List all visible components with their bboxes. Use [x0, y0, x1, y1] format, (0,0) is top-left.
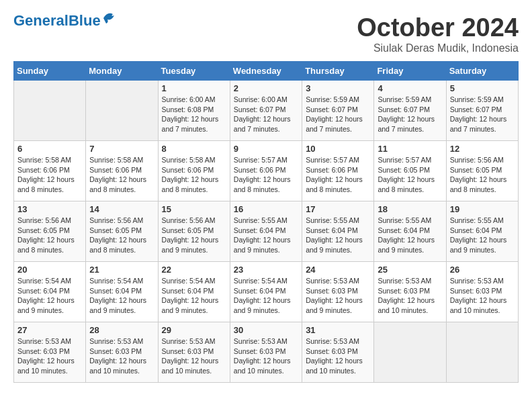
calendar-cell: 24Sunrise: 5:53 AMSunset: 6:03 PMDayligh…	[302, 262, 374, 322]
day-info: Sunrise: 5:53 AMSunset: 6:03 PMDaylight:…	[89, 336, 154, 376]
day-number: 13	[17, 204, 82, 214]
calendar-cell: 28Sunrise: 5:53 AMSunset: 6:03 PMDayligh…	[86, 322, 158, 383]
day-number: 8	[162, 144, 226, 154]
day-info: Sunrise: 5:56 AMSunset: 6:05 PMDaylight:…	[89, 216, 154, 255]
day-number: 22	[162, 265, 226, 275]
calendar-cell: 29Sunrise: 5:53 AMSunset: 6:03 PMDayligh…	[158, 322, 230, 383]
calendar-cell: 22Sunrise: 5:54 AMSunset: 6:04 PMDayligh…	[158, 262, 230, 322]
day-number: 6	[17, 144, 82, 154]
logo-bird-icon	[102, 11, 117, 25]
calendar-table: SundayMondayTuesdayWednesdayThursdayFrid…	[13, 61, 519, 383]
day-info: Sunrise: 5:58 AMSunset: 6:06 PMDaylight:…	[17, 155, 82, 195]
day-info: Sunrise: 5:56 AMSunset: 6:05 PMDaylight:…	[17, 216, 82, 255]
day-info: Sunrise: 5:54 AMSunset: 6:04 PMDaylight:…	[17, 276, 82, 316]
calendar-week-row: 1Sunrise: 6:00 AMSunset: 6:08 PMDaylight…	[14, 81, 519, 141]
day-number: 9	[234, 144, 298, 154]
day-info: Sunrise: 5:53 AMSunset: 6:03 PMDaylight:…	[306, 276, 370, 316]
calendar-cell: 26Sunrise: 5:53 AMSunset: 6:03 PMDayligh…	[446, 262, 518, 322]
day-info: Sunrise: 6:00 AMSunset: 6:07 PMDaylight:…	[234, 95, 298, 134]
day-info: Sunrise: 5:59 AMSunset: 6:07 PMDaylight:…	[450, 95, 515, 134]
day-number: 10	[306, 144, 370, 154]
day-number: 7	[89, 144, 154, 154]
weekday-header-wednesday: Wednesday	[230, 62, 302, 81]
calendar-cell: 18Sunrise: 5:55 AMSunset: 6:04 PMDayligh…	[374, 201, 446, 262]
day-number: 2	[234, 83, 298, 93]
day-info: Sunrise: 5:54 AMSunset: 6:04 PMDaylight:…	[162, 276, 226, 316]
day-number: 18	[378, 204, 442, 214]
day-number: 16	[234, 204, 298, 214]
day-number: 31	[306, 325, 370, 335]
weekday-header-saturday: Saturday	[446, 62, 518, 81]
calendar-cell: 16Sunrise: 5:55 AMSunset: 6:04 PMDayligh…	[230, 201, 302, 262]
day-info: Sunrise: 5:53 AMSunset: 6:03 PMDaylight:…	[378, 276, 442, 316]
day-info: Sunrise: 5:55 AMSunset: 6:04 PMDaylight:…	[234, 216, 298, 255]
calendar-cell	[86, 81, 158, 141]
day-info: Sunrise: 5:56 AMSunset: 6:05 PMDaylight:…	[450, 155, 515, 195]
location-text: Siulak Deras Mudik, Indonesia	[357, 42, 519, 54]
calendar-cell: 10Sunrise: 5:57 AMSunset: 6:06 PMDayligh…	[302, 141, 374, 201]
day-number: 28	[89, 325, 154, 335]
logo-text: GeneralBlue	[13, 13, 101, 28]
calendar-cell: 11Sunrise: 5:57 AMSunset: 6:05 PMDayligh…	[374, 141, 446, 201]
calendar-cell: 20Sunrise: 5:54 AMSunset: 6:04 PMDayligh…	[14, 262, 86, 322]
day-number: 23	[234, 265, 298, 275]
day-number: 27	[17, 325, 82, 335]
day-number: 26	[450, 265, 515, 275]
calendar-week-row: 20Sunrise: 5:54 AMSunset: 6:04 PMDayligh…	[14, 262, 519, 322]
day-info: Sunrise: 5:54 AMSunset: 6:04 PMDaylight:…	[89, 276, 154, 316]
calendar-cell: 30Sunrise: 5:53 AMSunset: 6:03 PMDayligh…	[230, 322, 302, 383]
day-info: Sunrise: 5:59 AMSunset: 6:07 PMDaylight:…	[378, 95, 442, 134]
calendar-week-row: 6Sunrise: 5:58 AMSunset: 6:06 PMDaylight…	[14, 141, 519, 201]
day-number: 24	[306, 265, 370, 275]
day-number: 3	[306, 83, 370, 93]
day-number: 12	[450, 144, 515, 154]
calendar-cell: 2Sunrise: 6:00 AMSunset: 6:07 PMDaylight…	[230, 81, 302, 141]
calendar-cell	[446, 322, 518, 383]
day-info: Sunrise: 5:55 AMSunset: 6:04 PMDaylight:…	[378, 216, 442, 255]
calendar-cell: 8Sunrise: 5:58 AMSunset: 6:06 PMDaylight…	[158, 141, 230, 201]
day-number: 15	[162, 204, 226, 214]
calendar-cell: 1Sunrise: 6:00 AMSunset: 6:08 PMDaylight…	[158, 81, 230, 141]
day-info: Sunrise: 5:58 AMSunset: 6:06 PMDaylight:…	[162, 155, 226, 195]
calendar-cell: 3Sunrise: 5:59 AMSunset: 6:07 PMDaylight…	[302, 81, 374, 141]
calendar-cell: 17Sunrise: 5:55 AMSunset: 6:04 PMDayligh…	[302, 201, 374, 262]
day-info: Sunrise: 5:54 AMSunset: 6:04 PMDaylight:…	[234, 276, 298, 316]
calendar-cell: 15Sunrise: 5:56 AMSunset: 6:05 PMDayligh…	[158, 201, 230, 262]
day-info: Sunrise: 5:53 AMSunset: 6:03 PMDaylight:…	[162, 336, 226, 376]
day-info: Sunrise: 5:57 AMSunset: 6:06 PMDaylight:…	[306, 155, 370, 195]
day-number: 11	[378, 144, 442, 154]
calendar-cell: 19Sunrise: 5:55 AMSunset: 6:04 PMDayligh…	[446, 201, 518, 262]
calendar-cell: 12Sunrise: 5:56 AMSunset: 6:05 PMDayligh…	[446, 141, 518, 201]
day-number: 5	[450, 83, 515, 93]
logo-general: General	[13, 12, 69, 29]
weekday-header-tuesday: Tuesday	[158, 62, 230, 81]
day-number: 14	[89, 204, 154, 214]
day-info: Sunrise: 6:00 AMSunset: 6:08 PMDaylight:…	[162, 95, 226, 134]
day-number: 19	[450, 204, 515, 214]
day-info: Sunrise: 5:58 AMSunset: 6:06 PMDaylight:…	[89, 155, 154, 195]
day-number: 25	[378, 265, 442, 275]
day-info: Sunrise: 5:53 AMSunset: 6:03 PMDaylight:…	[234, 336, 298, 376]
calendar-cell	[14, 81, 86, 141]
weekday-header-friday: Friday	[374, 62, 446, 81]
calendar-cell: 13Sunrise: 5:56 AMSunset: 6:05 PMDayligh…	[14, 201, 86, 262]
day-number: 21	[89, 265, 154, 275]
calendar-cell	[374, 322, 446, 383]
day-info: Sunrise: 5:53 AMSunset: 6:03 PMDaylight:…	[306, 336, 370, 376]
calendar-cell: 14Sunrise: 5:56 AMSunset: 6:05 PMDayligh…	[86, 201, 158, 262]
day-info: Sunrise: 5:55 AMSunset: 6:04 PMDaylight:…	[306, 216, 370, 255]
day-number: 30	[234, 325, 298, 335]
day-info: Sunrise: 5:56 AMSunset: 6:05 PMDaylight:…	[162, 216, 226, 255]
day-number: 20	[17, 265, 82, 275]
calendar-cell: 9Sunrise: 5:57 AMSunset: 6:06 PMDaylight…	[230, 141, 302, 201]
calendar-cell: 5Sunrise: 5:59 AMSunset: 6:07 PMDaylight…	[446, 81, 518, 141]
calendar-cell: 6Sunrise: 5:58 AMSunset: 6:06 PMDaylight…	[14, 141, 86, 201]
logo: GeneralBlue	[13, 13, 117, 28]
calendar-cell: 25Sunrise: 5:53 AMSunset: 6:03 PMDayligh…	[374, 262, 446, 322]
title-block: October 2024 Siulak Deras Mudik, Indones…	[357, 13, 519, 54]
calendar-week-row: 27Sunrise: 5:53 AMSunset: 6:03 PMDayligh…	[14, 322, 519, 383]
day-number: 29	[162, 325, 226, 335]
calendar-cell: 7Sunrise: 5:58 AMSunset: 6:06 PMDaylight…	[86, 141, 158, 201]
month-title: October 2024	[357, 13, 519, 42]
calendar-cell: 4Sunrise: 5:59 AMSunset: 6:07 PMDaylight…	[374, 81, 446, 141]
